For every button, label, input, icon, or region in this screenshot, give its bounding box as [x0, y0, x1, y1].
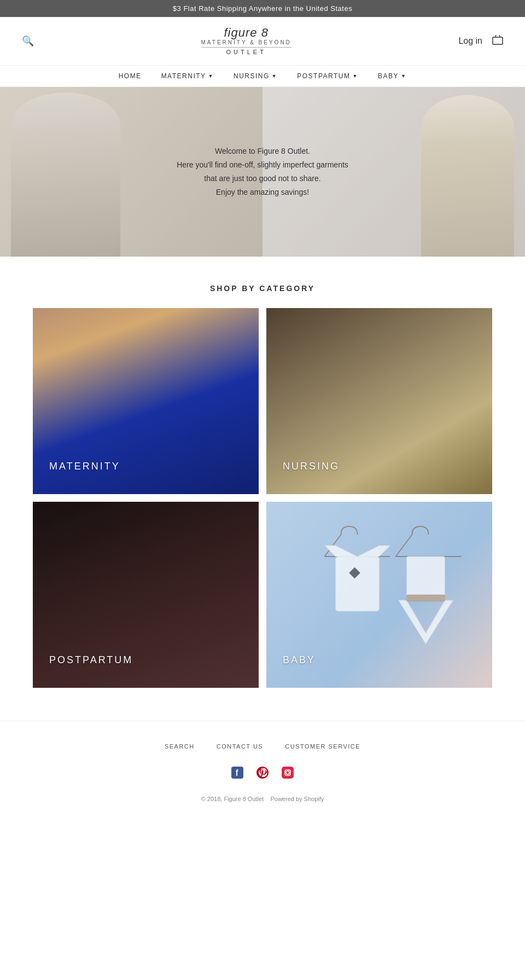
- cart-link[interactable]: [492, 35, 503, 47]
- footer-links: SEARCH CONTACT US CUSTOMER SERVICE: [0, 743, 525, 750]
- top-banner: $3 Flat Rate Shipping Anywhere in the Un…: [0, 0, 525, 17]
- chevron-down-icon: ▼: [401, 73, 406, 79]
- hero-line3: that are just too good not to share.: [177, 172, 348, 185]
- footer-customer-service-link[interactable]: CUSTOMER SERVICE: [285, 743, 360, 750]
- category-maternity[interactable]: MATERNITY: [33, 308, 259, 494]
- footer-copyright: © 2018, Figure 8 Outlet Powered by Shopi…: [0, 796, 525, 802]
- pinterest-icon[interactable]: [255, 765, 270, 780]
- login-link[interactable]: Log in: [458, 36, 482, 46]
- hero-line2: Here you'll find one-off, slightly imper…: [177, 158, 348, 172]
- nav-postpartum[interactable]: POSTPARTUM ▼: [297, 72, 358, 80]
- powered-by-link[interactable]: Powered by Shopify: [270, 796, 324, 802]
- maternity-label: MATERNITY: [49, 461, 120, 472]
- footer-social: [0, 765, 525, 780]
- category-postpartum[interactable]: POSTPARTUM: [33, 502, 259, 688]
- category-grid: MATERNITY NURSING POSTPARTUM: [0, 308, 525, 688]
- brand-outlet: OUTLET: [201, 47, 291, 55]
- nursing-label: NURSING: [283, 461, 340, 472]
- hero-line1: Welcome to Figure 8 Outlet.: [177, 144, 348, 158]
- chevron-down-icon: ▼: [208, 73, 214, 79]
- chevron-down-icon: ▼: [353, 73, 358, 79]
- category-nursing[interactable]: NURSING: [266, 308, 492, 494]
- svg-rect-8: [282, 767, 294, 779]
- shop-by-category-section: SHOP BY CATEGORY MATERNITY NURSING POSTP…: [0, 284, 525, 688]
- svg-rect-5: [407, 595, 445, 601]
- header: 🔍 figure 8 maternity & beyond OUTLET Log…: [0, 17, 525, 66]
- svg-rect-0: [493, 37, 503, 44]
- svg-rect-4: [407, 556, 445, 600]
- brand-name: figure 8: [201, 27, 291, 39]
- search-icon[interactable]: 🔍: [22, 35, 34, 47]
- footer: SEARCH CONTACT US CUSTOMER SERVICE: [0, 721, 525, 819]
- postpartum-label: POSTPARTUM: [49, 654, 133, 666]
- header-icons: Log in: [458, 35, 503, 47]
- footer-contact-link[interactable]: CONTACT US: [217, 743, 264, 750]
- hero-line4: Enjoy the amazing savings!: [177, 185, 348, 199]
- nav-home[interactable]: HOME: [119, 72, 142, 80]
- instagram-icon[interactable]: [280, 765, 295, 780]
- category-baby[interactable]: BABY: [266, 502, 492, 688]
- section-title: SHOP BY CATEGORY: [0, 284, 525, 293]
- main-nav: HOME MATERNITY ▼ NURSING ▼ POSTPARTUM ▼ …: [0, 66, 525, 87]
- logo[interactable]: figure 8 maternity & beyond OUTLET: [201, 27, 291, 55]
- hero-text: Welcome to Figure 8 Outlet. Here you'll …: [177, 144, 348, 200]
- baby-label: BABY: [283, 654, 316, 666]
- svg-rect-2: [336, 556, 380, 611]
- facebook-icon[interactable]: [230, 765, 245, 780]
- hero-overlay: Welcome to Figure 8 Outlet. Here you'll …: [0, 87, 525, 257]
- chevron-down-icon: ▼: [272, 73, 277, 79]
- hero-section: Welcome to Figure 8 Outlet. Here you'll …: [0, 87, 525, 257]
- nav-baby[interactable]: BABY ▼: [378, 72, 406, 80]
- svg-point-11: [290, 770, 291, 771]
- nav-nursing[interactable]: NURSING ▼: [234, 72, 277, 80]
- brand-sub: maternity & beyond: [201, 39, 291, 45]
- footer-search-link[interactable]: SEARCH: [165, 743, 195, 750]
- nav-maternity[interactable]: MATERNITY ▼: [161, 72, 214, 80]
- banner-text: $3 Flat Rate Shipping Anywhere in the Un…: [173, 4, 352, 13]
